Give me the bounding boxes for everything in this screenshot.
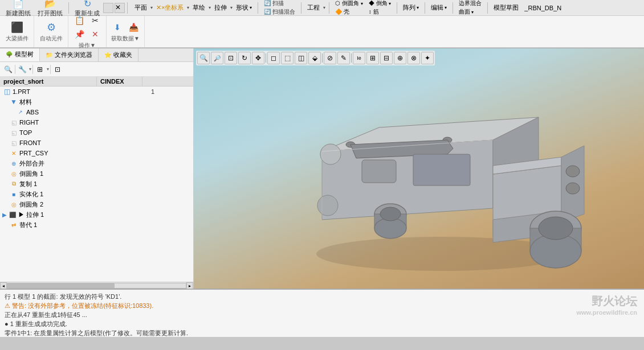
- tree-label-12: ▶ 拉伸 1: [18, 211, 193, 219]
- hscrollbar[interactable]: [7, 283, 186, 289]
- fastener2: [566, 183, 580, 194]
- tree-label-13: 替代 1: [19, 221, 193, 229]
- sep1: [68, 2, 69, 14]
- tree-label-8: 倒圆角 1: [19, 170, 193, 178]
- tree-item-7[interactable]: ⊕ 外部合并: [0, 158, 193, 168]
- tree-label-4: TOP: [19, 129, 193, 136]
- operations-label: 操作▼: [79, 42, 96, 50]
- gd-btn2[interactable]: 📥: [126, 21, 141, 34]
- tree-item-8[interactable]: ◎ 倒圆角 1: [0, 168, 193, 179]
- warn-icon: ⚠: [5, 302, 10, 309]
- part-3d-view: [276, 60, 607, 277]
- chamfer-group: ◆ 倒角 ▾ ↕ 筋: [366, 0, 394, 16]
- tree-label-6: PRT_CSY: [19, 150, 193, 157]
- vp-zoom-in[interactable]: 🔍: [197, 52, 210, 64]
- tree-item-6[interactable]: ✕ PRT_CSY: [0, 148, 193, 158]
- plugin2-label: 自动元件: [40, 35, 63, 43]
- tree-sep3: [50, 65, 51, 74]
- tree-item-1[interactable]: ▼ 材料: [0, 97, 193, 107]
- star-icon: ⭐: [104, 52, 111, 58]
- tree-arrow1[interactable]: ▾: [29, 67, 31, 72]
- tab-model-tree[interactable]: 🌳 模型树: [0, 48, 40, 61]
- vp-rotate[interactable]: ↻: [238, 52, 251, 64]
- tree-cindex-0: 1: [148, 88, 193, 95]
- right-plane-icon: ◱: [9, 118, 18, 127]
- sep7: [425, 2, 425, 14]
- tree-label-3: RIGHT: [19, 119, 193, 126]
- vp-zoom-out[interactable]: 🔎: [211, 52, 223, 64]
- tree-item-12[interactable]: ▶ ⬛ ▶ 拉伸 1: [0, 209, 193, 220]
- top-plane-icon: ◱: [9, 128, 18, 137]
- tree-item-13[interactable]: ⇄ 替代 1: [0, 220, 193, 230]
- tree-label-10: 实体化 1: [19, 190, 193, 199]
- boundary-group: 边界混合 曲面▾: [456, 0, 484, 16]
- copy1-icon: ⧉: [9, 179, 18, 188]
- scroll-left[interactable]: ◂: [0, 282, 7, 289]
- op-btn4[interactable]: ✕: [88, 28, 103, 40]
- tree-settings-btn[interactable]: 🔧: [17, 64, 28, 75]
- status-line-3: ● 1 重新生成成功完成.: [5, 319, 639, 328]
- tree-label-9: 复制 1: [19, 180, 193, 188]
- gd-btn1[interactable]: ⬇: [110, 21, 125, 34]
- plugin2-group[interactable]: ⚙ 自动元件: [34, 16, 68, 47]
- sep-dot4: ▾: [230, 5, 233, 10]
- vp-pan[interactable]: ✥: [252, 52, 264, 64]
- sep-dot: ▾: [150, 5, 153, 10]
- fastener1: [566, 166, 580, 177]
- plugin2-btn[interactable]: ⚙: [44, 21, 59, 34]
- tree-item-2[interactable]: ↗ ABS: [0, 107, 193, 117]
- tree-item-9[interactable]: ⧉ 复制 1: [0, 179, 193, 189]
- vp-fit[interactable]: ⊡: [225, 52, 237, 64]
- pattern-label: 阵列▾: [401, 3, 421, 12]
- scroll-right[interactable]: ▸: [186, 282, 193, 289]
- sep4: [301, 2, 301, 14]
- watermark-line2: www.proewildfire.cn: [576, 309, 637, 316]
- edit-label: 编辑▾: [429, 3, 449, 12]
- round-corner-tl: [320, 144, 341, 164]
- sep9: [487, 2, 488, 14]
- engineering-label: 工程: [305, 3, 322, 12]
- sweep-group: 🔄 扫描 🔄 扫描混合: [262, 0, 297, 16]
- tree-search-btn[interactable]: 🔍: [2, 64, 14, 75]
- tree-item-4[interactable]: ◱ TOP: [0, 127, 193, 138]
- tree-item-11[interactable]: ◎ 倒圆角 2: [0, 199, 193, 209]
- status-line-0: 行 1 模型 1 的截面: 发现无效的符号 'KD1'.: [5, 292, 639, 301]
- op-btn3[interactable]: 📌: [72, 28, 87, 40]
- tab-file-browser[interactable]: 📁 文件夹浏览器: [40, 48, 99, 61]
- tree-item-3[interactable]: ◱ RIGHT: [0, 117, 193, 127]
- col-cindex: CINDEX: [97, 77, 142, 86]
- regen-option2[interactable]: ✕: [115, 3, 125, 13]
- part-icon: ◫: [2, 87, 11, 96]
- feature1: [362, 160, 396, 183]
- replace1-icon: ⇄: [9, 220, 18, 229]
- regen-option1[interactable]: [103, 3, 113, 13]
- status-line-4: 零件1中1: 在质量属性计算之后模型(作了修改。可能需要更新计算.: [5, 328, 639, 337]
- sep3: [258, 2, 258, 14]
- round-group: ⬡ 倒圆角 ▾ 🔶 壳: [333, 0, 365, 16]
- getdata-group[interactable]: ⬇ 📥 获取数据▼: [107, 16, 145, 47]
- tree-columns-btn[interactable]: ⊞: [34, 64, 46, 75]
- op-btn1[interactable]: 📋: [72, 14, 87, 27]
- tree-label-2: ABS: [26, 109, 193, 116]
- sep5: [329, 2, 329, 14]
- shadow: [316, 237, 567, 271]
- tree-item-10[interactable]: ■ 实体化 1: [0, 189, 193, 199]
- plugin1-btn[interactable]: ⬛: [10, 21, 25, 34]
- tree-arrow2[interactable]: ▾: [47, 67, 49, 72]
- solid1-icon: ■: [9, 190, 18, 199]
- tree-item-0[interactable]: ◫ 1.PRT 1: [0, 87, 193, 97]
- tree-expand-btn[interactable]: ⊡: [52, 64, 63, 75]
- small-cyl-inner: [380, 207, 401, 221]
- material-icon: ▼: [9, 97, 18, 106]
- tree-label-0: 1.PRT: [13, 88, 148, 95]
- getdata-label: 获取数据▼: [111, 35, 140, 43]
- tree-label-1: 材料: [19, 98, 193, 106]
- round1-icon: ◎: [9, 169, 18, 178]
- sep-dot3: ▾: [209, 5, 211, 10]
- tab-favorites[interactable]: ⭐ 收藏夹: [99, 48, 138, 61]
- tree-item-5[interactable]: ◱ FRONT: [0, 138, 193, 148]
- sep6: [397, 2, 397, 14]
- op-btn2[interactable]: ✂: [88, 14, 103, 27]
- plugin1-group[interactable]: ⬛ 大梁插件: [0, 16, 34, 47]
- operations-group[interactable]: 📋 ✂ 📌 ✕ 操作▼: [68, 16, 107, 47]
